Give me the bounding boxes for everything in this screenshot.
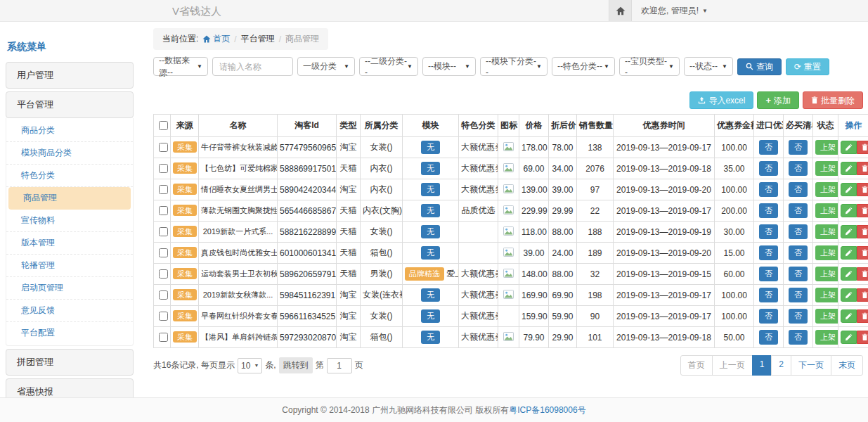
sidebar-item-平台管理[interactable]: 平台管理	[6, 91, 134, 118]
must-buy-toggle[interactable]: 否	[789, 224, 808, 239]
import-select-toggle[interactable]: 否	[759, 288, 778, 302]
status-toggle[interactable]: 上架	[815, 309, 838, 324]
batch-delete-button[interactable]: 批量删除	[803, 91, 863, 109]
module-badge[interactable]: 无	[421, 183, 440, 196]
must-buy-toggle[interactable]: 否	[789, 288, 808, 302]
module-badge[interactable]: 无	[421, 309, 440, 323]
module-badge[interactable]: 无	[421, 204, 440, 217]
status-toggle[interactable]: 上架	[815, 330, 838, 345]
row-checkbox[interactable]	[159, 333, 168, 342]
module-badge[interactable]: 无	[421, 141, 440, 154]
status-toggle[interactable]: 上架	[815, 288, 838, 302]
sidebar-sub-item-商品管理[interactable]: 商品管理	[8, 187, 131, 210]
row-checkbox[interactable]	[159, 227, 168, 236]
must-buy-toggle[interactable]: 否	[789, 203, 808, 218]
must-buy-toggle[interactable]: 否	[789, 245, 808, 260]
filter-select-module-subcategory[interactable]: --模块下分类--▼	[480, 57, 548, 76]
module-badge[interactable]: 无	[421, 288, 440, 302]
import-select-toggle[interactable]: 否	[759, 245, 778, 260]
edit-button[interactable]	[841, 225, 857, 238]
status-toggle[interactable]: 上架	[815, 203, 838, 218]
row-checkbox[interactable]	[159, 185, 168, 194]
select-all-checkbox[interactable]	[159, 121, 168, 130]
sidebar-item-拼团管理[interactable]: 拼团管理	[6, 349, 134, 376]
module-badge[interactable]: 无	[421, 246, 440, 260]
sidebar-sub-item-版本管理[interactable]: 版本管理	[6, 232, 133, 255]
jump-page-input[interactable]	[327, 358, 352, 373]
row-checkbox[interactable]	[159, 143, 168, 152]
icp-link[interactable]: 粤ICP备16098006号	[509, 404, 585, 416]
status-toggle[interactable]: 上架	[815, 267, 838, 281]
reset-button[interactable]: ⟳ 重置	[786, 58, 829, 75]
jump-button[interactable]: 跳转到	[279, 357, 313, 373]
delete-button[interactable]	[857, 246, 868, 260]
module-badge[interactable]: 品牌精选	[405, 267, 444, 281]
delete-button[interactable]	[857, 225, 868, 238]
delete-button[interactable]	[857, 204, 868, 217]
sidebar-item-用户管理[interactable]: 用户管理	[6, 62, 134, 89]
must-buy-toggle[interactable]: 否	[789, 330, 808, 345]
breadcrumb-item[interactable]: 平台管理	[241, 33, 275, 45]
per-page-select[interactable]: 10 ▼	[238, 358, 262, 373]
module-badge[interactable]: 无	[421, 162, 440, 175]
must-buy-toggle[interactable]: 否	[789, 267, 808, 281]
sidebar-sub-item-宣传物料[interactable]: 宣传物料	[6, 210, 133, 232]
row-checkbox[interactable]	[159, 290, 168, 300]
edit-button[interactable]	[841, 288, 857, 302]
status-toggle[interactable]: 上架	[815, 182, 838, 197]
edit-button[interactable]	[841, 141, 857, 154]
add-button[interactable]: + 添加	[757, 91, 799, 109]
import-select-toggle[interactable]: 否	[759, 267, 778, 281]
row-checkbox[interactable]	[159, 248, 168, 257]
sidebar-sub-item-商品分类[interactable]: 商品分类	[6, 120, 133, 142]
status-toggle[interactable]: 上架	[815, 245, 838, 260]
edit-button[interactable]	[841, 162, 857, 175]
filter-select-level1-category[interactable]: 一级分类▼	[297, 57, 355, 76]
query-button[interactable]: 查询	[737, 58, 782, 75]
filter-select-level2-category[interactable]: --二级分类--▼	[359, 57, 418, 76]
row-checkbox[interactable]	[159, 269, 168, 279]
must-buy-toggle[interactable]: 否	[789, 309, 808, 324]
filter-select-feature-category[interactable]: --特色分类--▼	[552, 57, 615, 76]
import-excel-button[interactable]: 导入excel	[689, 91, 753, 109]
import-select-toggle[interactable]: 否	[759, 203, 778, 218]
page-button-1[interactable]: 1	[752, 355, 772, 376]
edit-button[interactable]	[841, 204, 857, 217]
filter-select-item-type[interactable]: --宝贝类型--▼	[619, 57, 680, 76]
import-select-toggle[interactable]: 否	[759, 140, 778, 155]
breadcrumb-home-link[interactable]: 首页	[202, 33, 230, 45]
delete-button[interactable]	[857, 267, 868, 281]
import-select-toggle[interactable]: 否	[759, 309, 778, 324]
row-checkbox[interactable]	[159, 206, 168, 215]
module-badge[interactable]: 无	[421, 331, 440, 344]
edit-button[interactable]	[841, 267, 857, 281]
status-toggle[interactable]: 上架	[815, 161, 838, 176]
name-search-input[interactable]	[212, 57, 293, 76]
sidebar-sub-item-平台配置[interactable]: 平台配置	[6, 322, 133, 344]
delete-button[interactable]	[857, 141, 868, 154]
import-select-toggle[interactable]: 否	[759, 182, 778, 197]
page-button-2[interactable]: 2	[771, 355, 791, 376]
sidebar-sub-item-轮播管理[interactable]: 轮播管理	[6, 255, 133, 277]
edit-button[interactable]	[841, 183, 857, 196]
filter-select-module[interactable]: --模块--▼	[422, 57, 476, 76]
import-select-toggle[interactable]: 否	[759, 161, 778, 176]
must-buy-toggle[interactable]: 否	[789, 140, 808, 155]
sidebar-sub-item-模块商品分类[interactable]: 模块商品分类	[6, 142, 133, 165]
sidebar-sub-item-特色分类[interactable]: 特色分类	[6, 165, 133, 187]
delete-button[interactable]	[857, 162, 868, 175]
import-select-toggle[interactable]: 否	[759, 330, 778, 345]
page-button-上一页[interactable]: 上一页	[712, 355, 753, 376]
page-button-下一页[interactable]: 下一页	[791, 355, 831, 376]
filter-select-status[interactable]: --状态--▼	[684, 57, 733, 76]
page-button-首页[interactable]: 首页	[680, 355, 713, 376]
edit-button[interactable]	[841, 309, 857, 323]
row-checkbox[interactable]	[159, 164, 168, 173]
edit-button[interactable]	[841, 331, 857, 344]
must-buy-toggle[interactable]: 否	[789, 182, 808, 197]
user-menu[interactable]: 欢迎您, 管理员! ▼	[641, 5, 708, 17]
import-select-toggle[interactable]: 否	[759, 224, 778, 239]
sidebar-sub-item-启动页管理[interactable]: 启动页管理	[6, 277, 133, 300]
home-button[interactable]	[609, 0, 632, 21]
filter-select-data-source[interactable]: --数据来源--▼	[153, 57, 208, 76]
